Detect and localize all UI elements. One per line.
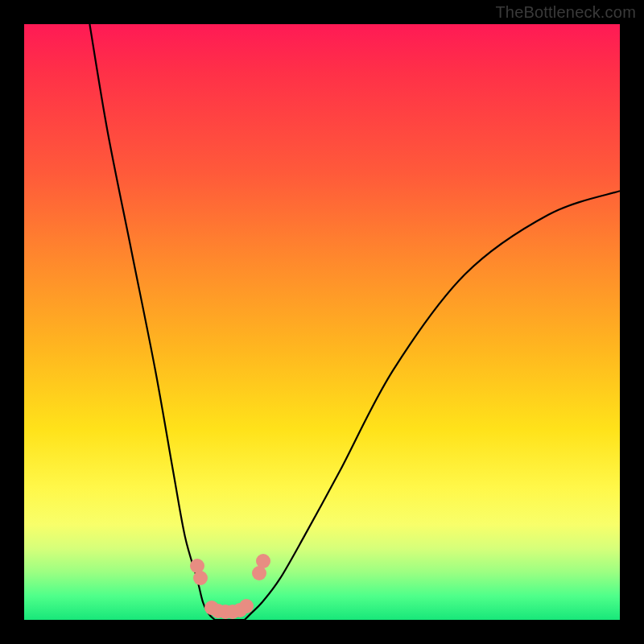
data-marker <box>256 554 270 568</box>
data-marker <box>239 599 254 613</box>
chart-frame: TheBottleneck.com <box>0 0 644 644</box>
data-marker <box>193 571 208 585</box>
markers-layer <box>24 24 620 620</box>
plot-area <box>24 24 620 620</box>
watermark-text: TheBottleneck.com <box>495 3 636 22</box>
